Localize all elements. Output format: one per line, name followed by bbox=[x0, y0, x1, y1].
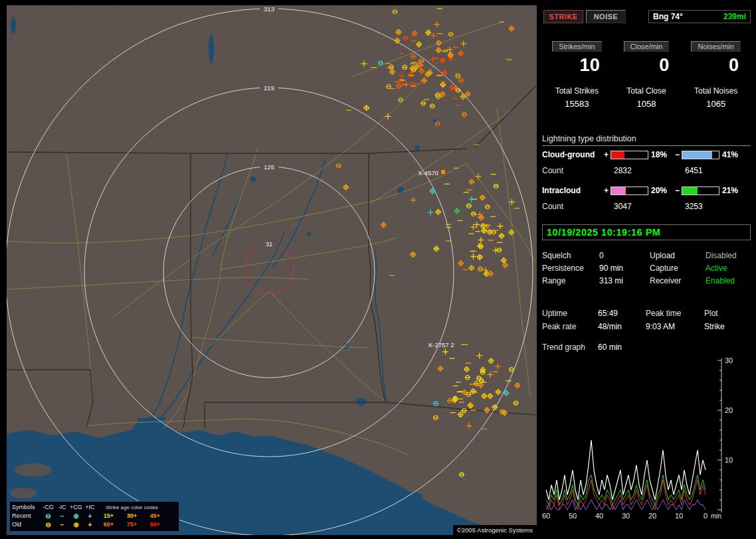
squelch-label: Squelch bbox=[542, 250, 599, 262]
legend-recent-label: Recent bbox=[12, 512, 41, 520]
plus-icon: + bbox=[83, 512, 97, 520]
cg-negative-count: 6451 bbox=[682, 166, 719, 175]
total-noises-value: 1065 bbox=[681, 99, 751, 109]
svg-text:30: 30 bbox=[725, 356, 733, 364]
ring-label-313: 313 bbox=[264, 5, 274, 13]
cg-negative-pct: 41% bbox=[719, 150, 746, 159]
station-label: K-2757 2 bbox=[428, 341, 454, 348]
total-noises-label: Total Noises bbox=[681, 86, 751, 96]
stats-grid: Uptime 65:49 Peak time Plot Peak rate 48… bbox=[542, 307, 751, 333]
datetime-display: 10/19/2025 10:19:16 PM bbox=[542, 224, 751, 240]
cloud-ground-label: Cloud-ground bbox=[542, 150, 602, 159]
noise-mode-button[interactable]: NOISE bbox=[586, 10, 626, 23]
peak-time-label: Peak time bbox=[646, 307, 704, 320]
age-code-45: 45+ bbox=[143, 512, 167, 520]
svg-text:20: 20 bbox=[648, 512, 656, 520]
legend-col-neg-ic: -IC bbox=[55, 503, 69, 512]
ring-label-125: 125 bbox=[264, 163, 274, 171]
copyright-text: ©2005 Astrogenic Systems bbox=[453, 525, 537, 535]
ring-label-31: 31 bbox=[266, 240, 273, 248]
totals-row: Total Strikes 15583 Total Close 1058 Tot… bbox=[542, 86, 751, 109]
svg-text:10: 10 bbox=[675, 512, 683, 520]
minus-icon: − bbox=[55, 512, 69, 520]
peak-time-value: 9:03 AM bbox=[646, 320, 704, 333]
circle-plus-icon: ⊕ bbox=[69, 512, 83, 520]
app-window: 313 219 125 31 X-4570 K-2757 2 bbox=[0, 0, 756, 539]
noises-per-min-value: 0 bbox=[681, 56, 751, 74]
peak-rate-value: 48/min bbox=[598, 320, 646, 333]
rate-values-row: 10 0 0 bbox=[542, 56, 751, 74]
peak-rate-label: Peak rate bbox=[542, 320, 598, 333]
close-per-min-label[interactable]: Close/min bbox=[624, 41, 670, 52]
uptime-value: 65:49 bbox=[598, 307, 646, 320]
strikes-per-min-label[interactable]: Strikes/min bbox=[552, 41, 601, 52]
bearing-readout: Bng 74° 239mi bbox=[648, 10, 751, 23]
legend-symbols-label: Symbols bbox=[12, 503, 41, 512]
svg-text:50: 50 bbox=[569, 512, 577, 520]
capture-label: Capture bbox=[650, 262, 706, 275]
total-strikes: Total Strikes 15583 bbox=[542, 86, 612, 109]
strikes-per-min-value: 10 bbox=[542, 56, 612, 74]
intracloud-row: Intracloud + 20% − 21% bbox=[542, 186, 751, 195]
ic-negative-count: 3253 bbox=[682, 202, 719, 211]
minus-sign: − bbox=[673, 150, 682, 159]
capture-status: Active bbox=[706, 262, 751, 275]
cg-negative-bar bbox=[682, 151, 719, 159]
legend-recent-row: Recent ⊖ − ⊕ + 15+ 30+ 45+ bbox=[12, 512, 177, 520]
ic-negative-bar bbox=[682, 187, 719, 195]
svg-text:10: 10 bbox=[725, 456, 733, 464]
upload-label: Upload bbox=[650, 250, 706, 262]
squelch-value: 0 bbox=[599, 250, 650, 262]
plus-icon: + bbox=[83, 520, 97, 529]
plus-sign: + bbox=[602, 186, 611, 195]
legend-header-row: Symbols -CG -IC +CG +IC Strike age color… bbox=[12, 503, 177, 512]
intracloud-count-row: Count 3047 3253 bbox=[542, 202, 751, 211]
svg-text:min: min bbox=[711, 512, 721, 520]
uptime-label: Uptime bbox=[542, 307, 598, 320]
cloud-ground-count-row: Count 2832 6451 bbox=[542, 166, 751, 175]
distribution-title: Lightning type distribution bbox=[542, 134, 751, 146]
datetime-text: 10/19/2025 10:19:16 PM bbox=[547, 227, 660, 238]
svg-text:40: 40 bbox=[595, 512, 603, 520]
ring-label-219: 219 bbox=[264, 84, 274, 92]
station-label: X-4570 bbox=[418, 169, 438, 177]
legend-col-pos-ic: +IC bbox=[83, 503, 97, 512]
legend-col-pos-cg: +CG bbox=[69, 503, 83, 512]
svg-text:30: 30 bbox=[622, 512, 630, 520]
persistence-label: Persistence bbox=[542, 262, 599, 275]
bearing-value: Bng 74° bbox=[653, 12, 683, 21]
circle-minus-icon: ⊖ bbox=[41, 520, 55, 529]
status-sidebar: STRIKE NOISE Bng 74° 239mi Strikes/min C… bbox=[542, 5, 751, 535]
trend-window-value: 60 min bbox=[598, 343, 751, 352]
lightning-map-panel[interactable]: 313 219 125 31 X-4570 K-2757 2 bbox=[7, 5, 537, 535]
total-strikes-value: 15583 bbox=[542, 99, 612, 109]
cloud-ground-row: Cloud-ground + 18% − 41% bbox=[542, 150, 751, 159]
legend-age-title: Strike age color codes bbox=[97, 503, 167, 512]
ic-positive-pct: 20% bbox=[648, 186, 673, 195]
age-code-90: 90+ bbox=[143, 520, 167, 529]
svg-text:0: 0 bbox=[704, 512, 708, 520]
range-label: Range bbox=[542, 275, 599, 287]
svg-text:20: 20 bbox=[725, 406, 733, 414]
total-close-label: Total Close bbox=[612, 86, 682, 96]
receiver-label: Receiver bbox=[650, 275, 706, 287]
range-value: 313 mi bbox=[599, 275, 650, 287]
plus-sign: + bbox=[602, 150, 611, 159]
ic-positive-bar bbox=[611, 187, 648, 195]
minus-sign: − bbox=[673, 186, 682, 195]
cg-positive-pct: 18% bbox=[648, 150, 673, 159]
age-code-15: 15+ bbox=[97, 512, 120, 520]
count-label: Count bbox=[542, 166, 602, 175]
total-close-value: 1058 bbox=[612, 99, 682, 109]
count-label: Count bbox=[542, 202, 602, 211]
cg-positive-bar bbox=[611, 151, 648, 159]
mode-toolbar: STRIKE NOISE Bng 74° 239mi bbox=[542, 11, 751, 23]
strike-mode-button[interactable]: STRIKE bbox=[543, 10, 583, 23]
legend-old-row: Old ⊖ − ⊕ + 60+ 75+ 90+ bbox=[12, 520, 177, 529]
close-per-min-value: 0 bbox=[612, 56, 682, 74]
noises-per-min-label[interactable]: Noises/min bbox=[691, 41, 740, 52]
intracloud-label: Intracloud bbox=[542, 186, 602, 195]
map-canvas[interactable]: 313 219 125 31 X-4570 K-2757 2 bbox=[7, 5, 537, 535]
minus-icon: − bbox=[55, 520, 69, 529]
plot-mode-value: Strike bbox=[704, 320, 751, 333]
